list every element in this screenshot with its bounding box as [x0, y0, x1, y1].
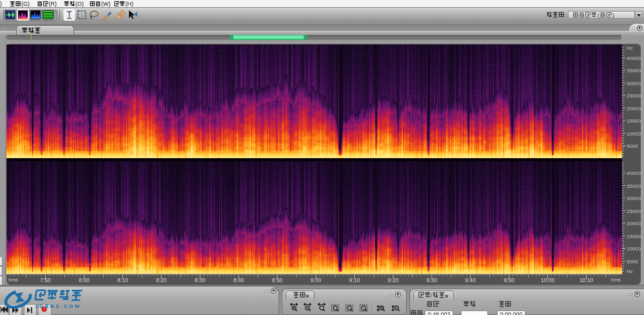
- svg-text:JDBBS.COM: JDBBS.COM: [35, 303, 81, 309]
